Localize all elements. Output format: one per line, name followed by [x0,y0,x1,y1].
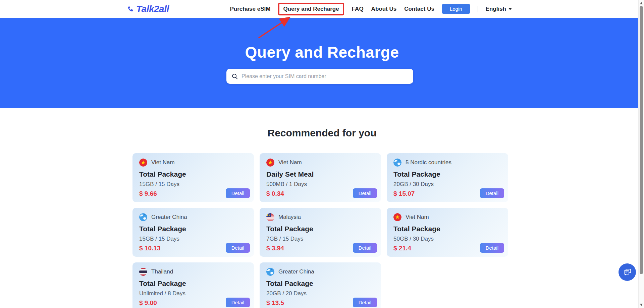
chevron-down-icon [508,8,512,10]
sim-number-input[interactable] [241,73,408,79]
package-card: Greater China Total Package 15GB / 15 Da… [132,208,254,257]
country-name: 5 Nordic countries [406,159,451,166]
vietnam-flag-icon [266,159,274,167]
sim-search-box [226,69,413,84]
package-name: Total Package [139,225,247,233]
package-name: Daily Set Meal [266,170,374,178]
package-name: Total Package [393,170,501,178]
detail-button[interactable]: Detail [353,188,377,198]
card-country-row: Viet Nam [393,213,501,221]
package-spec: 20GB / 20 Days [266,290,374,297]
card-country-row: Greater China [266,268,374,276]
card-country-row: Thailand [139,268,247,276]
package-card: Viet Nam Total Package 15GB / 15 Days $ … [132,153,254,202]
search-icon [231,73,238,80]
package-card: Viet Nam Daily Set Meal 500MB / 1 Days $… [260,153,381,202]
thailand-flag-icon [139,268,147,276]
package-spec: 50GB / 30 Days [393,236,501,242]
country-name: Viet Nam [151,159,175,166]
package-card: Malaysia Total Package 7GB / 15 Days $ 3… [260,208,381,257]
nav-item-contact-us[interactable]: Contact Us [404,6,434,12]
scrollbar-thumb[interactable] [640,6,643,274]
package-card: 5 Nordic countries Total Package 20GB / … [387,153,508,202]
country-name: Viet Nam [406,214,429,221]
vietnam-flag-icon [393,213,401,221]
nav-menu: Purchase eSIMQuery and RechargeFAQAbout … [230,0,512,18]
chat-fab-button[interactable] [619,263,636,281]
card-country-row: Viet Nam [266,159,374,167]
detail-button[interactable]: Detail [226,188,250,198]
detail-button[interactable]: Detail [226,243,250,253]
globe-flag-icon [266,268,274,276]
page-title: Query and Recharge [0,43,644,61]
section-title: Recommended for you [0,127,644,139]
language-selector[interactable]: English [486,6,512,12]
package-card: Greater China Total Package 20GB / 20 Da… [260,262,381,308]
country-name: Greater China [278,268,314,275]
package-card: Viet Nam Total Package 50GB / 30 Days $ … [387,208,508,257]
scrollbar-down-arrow[interactable] [640,304,643,306]
detail-button[interactable]: Detail [480,243,504,253]
navbar: Talk2all Purchase eSIMQuery and Recharge… [0,0,644,18]
brand-name: Talk2all [136,4,169,14]
scrollbar-up-arrow[interactable] [640,2,643,4]
globe-flag-icon [393,159,401,167]
brand-logo[interactable]: Talk2all [127,0,169,18]
nav-item-faq[interactable]: FAQ [352,6,364,12]
chat-icon [623,268,632,277]
package-card: Thailand Total Package Unlimited / 8 Day… [132,262,254,308]
vietnam-flag-icon [139,159,147,167]
card-country-row: Viet Nam [139,159,247,167]
package-name: Total Package [393,225,501,233]
country-name: Greater China [151,214,187,221]
language-label: English [486,6,506,12]
package-name: Total Package [139,280,247,288]
package-spec: 15GB / 15 Days [139,181,247,188]
package-spec: 20GB / 30 Days [393,181,501,188]
card-country-row: Malaysia [266,213,374,221]
phone-icon [127,5,135,13]
package-name: Total Package [266,280,374,288]
globe-flag-icon [139,213,147,221]
package-spec: Unlimited / 8 Days [139,290,247,297]
nav-item-query-and-recharge[interactable]: Query and Recharge [278,3,344,15]
malaysia-flag-icon [266,213,274,221]
login-button[interactable]: Login [442,4,470,14]
hero-section: Query and Recharge [0,18,644,108]
country-name: Thailand [151,268,173,275]
detail-button[interactable]: Detail [353,298,377,307]
nav-separator [478,6,478,12]
detail-button[interactable]: Detail [480,188,504,198]
country-name: Viet Nam [278,159,302,166]
package-spec: 500MB / 1 Days [266,181,374,188]
country-name: Malaysia [278,214,301,221]
scrollbar [638,0,644,308]
card-country-row: Greater China [139,213,247,221]
card-country-row: 5 Nordic countries [393,159,501,167]
nav-item-purchase-esim[interactable]: Purchase eSIM [230,6,270,12]
package-spec: 7GB / 15 Days [266,236,374,242]
package-name: Total Package [266,225,374,233]
package-name: Total Package [139,170,247,178]
detail-button[interactable]: Detail [353,243,377,253]
nav-item-about-us[interactable]: About Us [371,6,397,12]
package-spec: 15GB / 15 Days [139,236,247,242]
detail-button[interactable]: Detail [226,298,250,307]
cards-grid: Viet Nam Total Package 15GB / 15 Days $ … [132,153,508,308]
